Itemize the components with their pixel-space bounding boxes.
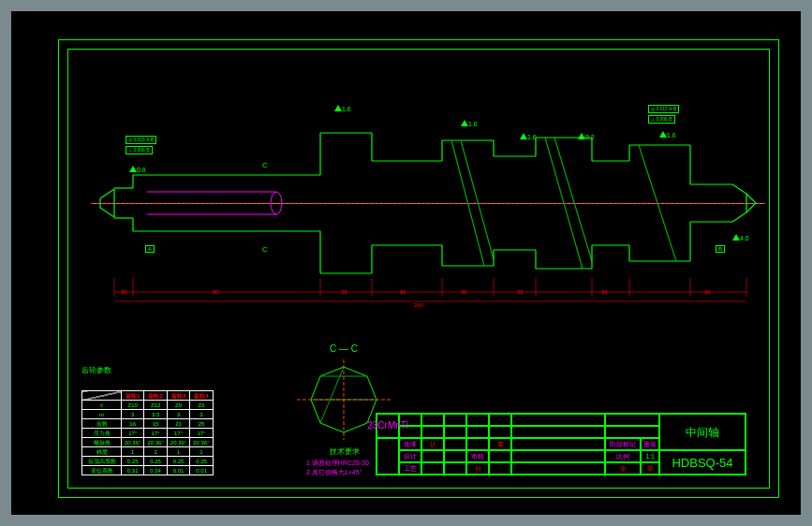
table-cell: Z6: [190, 401, 213, 410]
tb-stage: 批准: [399, 438, 421, 450]
row-label: 齿顶高系数: [82, 457, 122, 466]
table-cell: 25: [190, 419, 213, 429]
row-label: 螺旋角: [82, 438, 122, 447]
table-corner: [82, 391, 122, 401]
table-cell: 20.36°: [190, 438, 213, 447]
tb-cell: [421, 426, 444, 438]
tb-cell: [466, 414, 489, 426]
table-cell: 16: [122, 419, 144, 429]
table-cell: 17°: [167, 429, 189, 438]
dim-text: 20: [121, 289, 127, 295]
tb-stage-label: 阶段标记: [605, 438, 641, 450]
table-cell: 0.24: [144, 466, 167, 475]
tech-req-2: 2.其它倒角为1×45°: [306, 468, 362, 477]
tb-scale-label: 比例: [605, 450, 641, 462]
shaft-outline: [91, 110, 765, 306]
tb-check: 审核: [466, 450, 489, 462]
row-label: m: [82, 410, 122, 419]
dim-text: 23: [341, 289, 347, 295]
table-cell: 0.01: [190, 466, 213, 475]
drawing-no-cell: HDBSQ-54: [659, 450, 746, 475]
section-mark-c: C: [262, 245, 268, 254]
tb-cell: [444, 462, 466, 475]
row-label: 齿数: [82, 419, 122, 429]
tb-cell: [444, 414, 466, 426]
table-cell: 3: [122, 410, 144, 419]
table-cell: 3.5: [144, 410, 167, 419]
table-cell: Z9: [167, 401, 189, 410]
gdtol-box: ⊥ 0.006 B: [648, 115, 675, 124]
dim-text: 80: [213, 289, 219, 295]
svg-point-43: [271, 192, 282, 214]
material-cell: 23CrMnTi: [376, 414, 399, 438]
section-mark-c: C: [262, 161, 268, 169]
table-cell: 0.25: [122, 457, 144, 466]
dim-text: 26: [461, 289, 467, 295]
gear-parameter-table: 齿轮1 齿轮2 齿轮3 齿轮4 zZ10Z12Z9Z6 m33.533 齿数16…: [81, 390, 214, 475]
table-cell: Z10: [122, 401, 144, 410]
table-cell: 3: [167, 410, 189, 419]
tb-cell: [605, 426, 659, 438]
datum-a: A: [145, 245, 155, 253]
tb-cell: [444, 426, 466, 438]
table-cell: 0.25: [190, 457, 213, 466]
table-cell: 1: [190, 447, 213, 457]
tb-cell: 张: [605, 462, 641, 475]
table-cell: 0.31: [122, 466, 144, 475]
table-cell: 3: [190, 410, 213, 419]
tb-cell: 第: [641, 462, 659, 475]
tb-cell: [489, 462, 511, 475]
tb-cell: [489, 426, 511, 438]
table-cell: 1: [122, 447, 144, 457]
drawing-canvas: 1.6 1.6 1.6 3.2 1.6 0.8 4.0 ◎ 0.015 A-B …: [11, 11, 801, 515]
tb-cell: [421, 414, 444, 426]
table-cell: 0.25: [167, 457, 189, 466]
svg-line-19: [461, 140, 494, 259]
tb-proc: 工艺: [399, 462, 421, 475]
gdtol-box: ◎ 0.015 A-B: [648, 105, 679, 113]
table-cell: 0.25: [144, 457, 167, 466]
tb-design: 设计: [399, 450, 421, 462]
tb-cell: [421, 450, 444, 462]
table-cell: 1: [167, 447, 189, 457]
surface-finish-mark: 1.6: [520, 133, 537, 140]
row-label: 变位系数: [82, 466, 122, 475]
tech-req-1: 1.调质处理HRC28-30: [306, 459, 369, 468]
tb-cell: [511, 426, 605, 438]
surface-finish-mark: 1.6: [334, 105, 351, 112]
gdtol-box: ◎ 0.015 A-B: [125, 136, 156, 144]
tb-cell: 日: [466, 462, 489, 475]
title-block: 23CrMnTi 中间轴 批准认签 阶段标记 重量 设计审核 比例 1:1 HD…: [376, 413, 746, 475]
table-header: 齿轮3: [167, 391, 189, 401]
tb-cell: [511, 414, 605, 426]
table-header: 齿轮1: [122, 391, 144, 401]
tb-scale: 1:1: [641, 450, 659, 462]
datum-b: B: [716, 245, 725, 253]
table-cell: 17°: [190, 429, 213, 438]
tb-cell: [511, 450, 605, 462]
section-label: C — C: [330, 343, 358, 354]
tb-cell: [421, 462, 444, 475]
svg-line-38: [639, 145, 676, 261]
table-cell: 20.36°: [144, 438, 167, 447]
surface-finish-mark: 4.0: [732, 234, 749, 241]
svg-line-18: [451, 140, 484, 266]
table-header: 齿轮2: [144, 391, 167, 401]
tb-cell: [466, 438, 489, 450]
dim-text: 36: [400, 289, 406, 295]
row-label: z: [82, 401, 122, 410]
table-cell: 1: [144, 447, 167, 457]
dim-text: 39: [601, 289, 608, 295]
tb-cell: 签: [489, 438, 511, 450]
dim-total: 280: [414, 302, 423, 308]
part-name-cell: 中间轴: [659, 414, 746, 450]
table-header: 齿轮4: [190, 391, 213, 401]
row-label: 压力角: [82, 429, 122, 438]
table-cell: 17°: [144, 429, 167, 438]
tb-cell: [444, 438, 466, 450]
surface-finish-mark: 1.6: [659, 131, 676, 139]
tb-cell: [605, 414, 659, 426]
table-cell: 20.36°: [122, 438, 144, 447]
gdtol-box: ⊥ 0.006 B: [125, 146, 153, 154]
table-cell: 0.01: [167, 466, 189, 475]
